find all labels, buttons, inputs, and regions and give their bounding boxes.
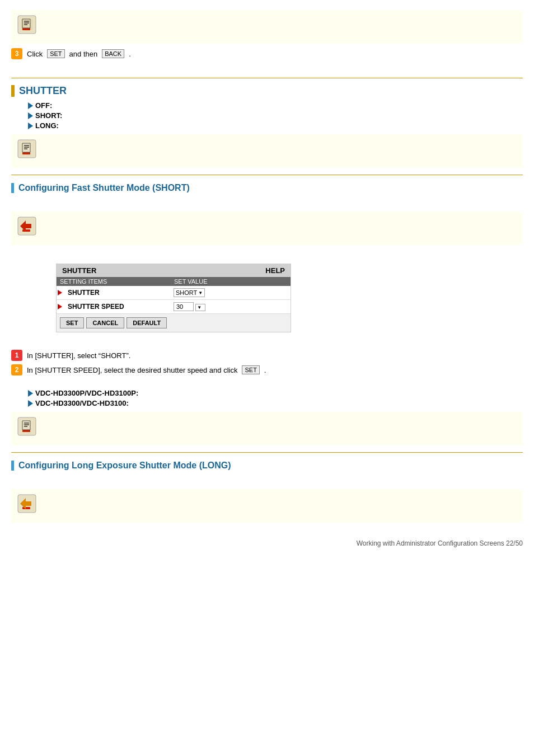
ui-row-shutter: SHUTTER SHORT bbox=[57, 286, 291, 300]
triangle-off bbox=[28, 102, 33, 109]
step-2-short-row: 2 In [SHUTTER SPEED], select the desired… bbox=[11, 364, 523, 375]
triangle-vdc-p bbox=[28, 390, 33, 397]
page-footer: Working with Administrator Configuration… bbox=[11, 534, 523, 547]
step-2-short-badge: 2 bbox=[11, 364, 22, 375]
ui-row-shutter-speed: SHUTTER SPEED 30 bbox=[57, 300, 291, 314]
config-short-heading: Configuring Fast Shutter Mode (SHORT) bbox=[11, 183, 523, 193]
shutter-content: OFF: SHORT: LONG: bbox=[11, 101, 523, 130]
ui-buttons-row: SET CANCEL DEFAULT bbox=[57, 314, 291, 332]
shutter-row-label: SHUTTER bbox=[60, 289, 174, 297]
config-short-title: Configuring Fast Shutter Mode (SHORT) bbox=[18, 183, 190, 192]
step-3-text: Click bbox=[27, 50, 43, 58]
note-box-5 bbox=[11, 489, 523, 523]
middle-divider bbox=[11, 175, 523, 175]
back-button-label: BACK bbox=[102, 49, 124, 58]
col-setting-items: SETTING ITEMS bbox=[60, 278, 173, 285]
ui-panel-cols: SETTING ITEMS SET VALUE bbox=[57, 277, 291, 286]
top-divider bbox=[11, 78, 523, 78]
note-icon-3 bbox=[17, 216, 37, 236]
bullet-off-label: OFF: bbox=[35, 101, 52, 110]
config-long-title: Configuring Long Exposure Shutter Mode (… bbox=[18, 461, 231, 470]
bottom-divider bbox=[11, 452, 523, 453]
shutter-speed-input[interactable]: 30 bbox=[174, 302, 194, 311]
triangle-vdc bbox=[28, 400, 33, 407]
bullet-off: OFF: bbox=[28, 101, 523, 110]
footer-text: Working with Administrator Configuration… bbox=[357, 539, 523, 547]
step-3-period: . bbox=[129, 50, 131, 58]
shutter-speed-select[interactable] bbox=[195, 304, 205, 311]
svg-rect-2 bbox=[22, 28, 30, 30]
bullet-long-label: LONG: bbox=[35, 121, 59, 130]
svg-rect-14 bbox=[22, 229, 30, 232]
shutter-speed-value[interactable]: 30 bbox=[174, 302, 287, 311]
note-icon-2 bbox=[17, 139, 37, 159]
note-box-3 bbox=[11, 212, 523, 245]
ui-panel-help: HELP bbox=[265, 266, 285, 275]
triangle-short bbox=[28, 112, 33, 119]
default-btn[interactable]: DEFAULT bbox=[127, 317, 167, 328]
bullet-short: SHORT: bbox=[28, 111, 523, 120]
cancel-btn[interactable]: CANCEL bbox=[86, 317, 124, 328]
arrow-shutter-speed bbox=[58, 304, 62, 309]
ui-panel: SHUTTER HELP SETTING ITEMS SET VALUE SHU… bbox=[56, 264, 291, 332]
bullet-short-label: SHORT: bbox=[35, 111, 62, 120]
bullet-vdc: VDC-HD3300/VDC-HD3100: bbox=[28, 399, 523, 407]
step-3-row: 3 Click SET and then BACK . bbox=[11, 48, 523, 59]
note-icon-4 bbox=[17, 416, 37, 436]
note-icon-5 bbox=[17, 494, 37, 514]
bullet-vdc-label: VDC-HD3300/VDC-HD3100: bbox=[35, 399, 129, 407]
step-2-set-btn: SET bbox=[242, 365, 259, 374]
shutter-title: SHUTTER bbox=[19, 85, 67, 96]
ui-panel-container: SHUTTER HELP SETTING ITEMS SET VALUE SHU… bbox=[11, 264, 523, 332]
col-set-value: SET VALUE bbox=[174, 278, 287, 285]
step-1-short-text: In [SHUTTER], select “SHORT”. bbox=[27, 351, 130, 360]
short-bullet-items: VDC-HD3300P/VDC-HD3100P: VDC-HD3300/VDC-… bbox=[11, 389, 523, 407]
note-icon-top bbox=[17, 15, 37, 35]
ui-panel-header: SHUTTER HELP bbox=[57, 264, 291, 277]
set-btn[interactable]: SET bbox=[60, 317, 84, 328]
svg-rect-8 bbox=[22, 152, 30, 154]
step-3-then: and then bbox=[69, 50, 98, 58]
step-2-short-text: In [SHUTTER SPEED], select the desired s… bbox=[27, 366, 237, 374]
shutter-speed-label: SHUTTER SPEED bbox=[60, 303, 174, 311]
shutter-select[interactable]: SHORT bbox=[174, 288, 205, 297]
ui-panel-title: SHUTTER bbox=[62, 266, 96, 275]
bullet-vdc-p: VDC-HD3300P/VDC-HD3100P: bbox=[28, 389, 523, 397]
bullet-long: LONG: bbox=[28, 121, 523, 130]
step-1-short-badge: 1 bbox=[11, 350, 22, 361]
step-3-badge: 3 bbox=[11, 48, 22, 59]
bullet-vdc-p-label: VDC-HD3300P/VDC-HD3100P: bbox=[35, 389, 138, 397]
step-1-short-row: 1 In [SHUTTER], select “SHORT”. bbox=[11, 350, 523, 361]
svg-rect-17 bbox=[22, 430, 30, 432]
triangle-long bbox=[28, 123, 33, 129]
shutter-heading: SHUTTER bbox=[11, 85, 523, 97]
set-button-label: SET bbox=[47, 49, 64, 58]
note-box-4 bbox=[11, 412, 523, 445]
arrow-shutter bbox=[58, 290, 62, 295]
config-long-heading: Configuring Long Exposure Shutter Mode (… bbox=[11, 461, 523, 471]
top-note-box bbox=[11, 10, 523, 44]
svg-rect-23 bbox=[22, 507, 30, 509]
shutter-row-value[interactable]: SHORT bbox=[174, 288, 287, 297]
note-box-2 bbox=[11, 134, 523, 168]
step-2-period: . bbox=[264, 366, 266, 374]
